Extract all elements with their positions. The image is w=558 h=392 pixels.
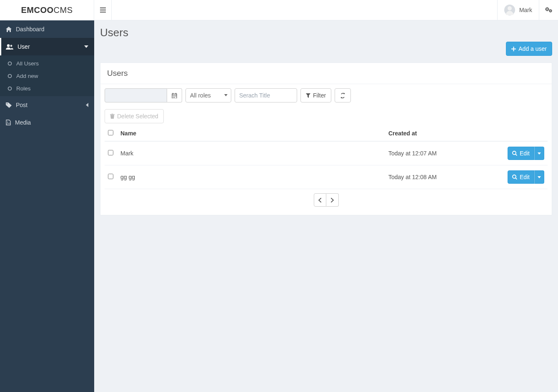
brand-wrap: EMCOOCMS	[0, 0, 94, 20]
users-panel: Users All roles	[100, 62, 552, 215]
calendar-icon	[172, 93, 177, 98]
svg-point-17	[513, 175, 516, 178]
sidebar: Dashboard User All Users Add new Roles P…	[0, 20, 94, 392]
roles-select-value: All roles	[190, 92, 211, 99]
row-created: Today at 12:07 AM	[385, 141, 493, 165]
date-input[interactable]	[105, 88, 167, 102]
select-all-checkbox[interactable]	[108, 130, 113, 135]
refresh-button[interactable]	[335, 88, 351, 102]
svg-rect-14	[173, 97, 174, 98]
users-icon	[6, 44, 13, 50]
sidebar-sub-label: All Users	[16, 60, 39, 67]
filter-row: All roles Filter	[105, 88, 548, 102]
avatar	[504, 5, 515, 15]
navbar: EMCOOCMS Mark	[0, 0, 558, 20]
home-icon	[6, 27, 12, 32]
svg-point-7	[8, 74, 12, 77]
circle-icon	[8, 61, 12, 66]
col-created: Created at	[385, 126, 493, 141]
panel-title: Users	[100, 63, 552, 84]
row-name: gg gg	[117, 165, 385, 189]
panel-body: All roles Filter	[100, 84, 552, 215]
svg-point-4	[7, 44, 10, 47]
pager-prev[interactable]	[314, 193, 326, 207]
search-icon	[512, 151, 517, 156]
chevron-left-icon	[86, 103, 88, 107]
chevron-down-icon	[84, 45, 88, 48]
row-name: Mark	[117, 141, 385, 165]
sidebar-label: User	[18, 43, 30, 50]
date-filter-group	[105, 88, 182, 102]
sidebar-sub-user: All Users Add new Roles	[0, 55, 94, 96]
sidebar-item-user[interactable]: User	[0, 38, 94, 55]
edit-dropdown[interactable]	[534, 147, 544, 160]
sidebar-item-roles[interactable]: Roles	[0, 82, 94, 95]
filter-button[interactable]: Filter	[300, 88, 331, 102]
sidebar-item-dashboard[interactable]: Dashboard	[0, 20, 94, 38]
svg-point-16	[513, 151, 516, 155]
refresh-icon	[340, 93, 345, 98]
row-checkbox[interactable]	[108, 174, 113, 179]
row-created: Today at 12:08 AM	[385, 165, 493, 189]
svg-rect-12	[174, 96, 175, 97]
sidebar-sub-label: Roles	[16, 85, 31, 92]
add-user-row: Add a user	[100, 42, 552, 56]
add-user-label: Add a user	[518, 45, 547, 52]
roles-select[interactable]: All roles	[185, 88, 231, 102]
add-user-button[interactable]: Add a user	[506, 42, 552, 56]
menu-icon	[100, 7, 106, 12]
row-checkbox[interactable]	[108, 150, 113, 155]
caret-down-icon	[224, 94, 228, 96]
edit-dropdown[interactable]	[534, 170, 544, 184]
sidebar-label: Media	[15, 119, 31, 126]
sidebar-toggle[interactable]	[94, 0, 112, 20]
sidebar-label: Post	[16, 102, 28, 108]
circle-icon	[8, 74, 12, 78]
pager-next[interactable]	[326, 193, 339, 207]
sidebar-item-all-users[interactable]: All Users	[0, 57, 94, 70]
trash-icon	[110, 114, 115, 119]
table-row: MarkToday at 12:07 AMEdit	[105, 141, 548, 165]
col-actions	[493, 126, 548, 141]
svg-point-6	[8, 62, 12, 65]
edit-button[interactable]: Edit	[508, 147, 534, 160]
pager	[105, 193, 548, 207]
chevron-left-icon	[318, 198, 321, 202]
calendar-button[interactable]	[167, 88, 182, 102]
file-image-icon	[6, 120, 11, 125]
navbar-username: Mark	[519, 7, 532, 13]
edit-label: Edit	[520, 174, 530, 180]
brand-bold: EMCOO	[21, 5, 53, 15]
svg-point-10	[7, 122, 8, 122]
svg-point-3	[550, 10, 551, 11]
sidebar-item-add-new[interactable]: Add new	[0, 70, 94, 82]
svg-point-8	[8, 87, 12, 90]
search-icon	[512, 175, 517, 180]
svg-rect-13	[175, 96, 176, 97]
navbar-user[interactable]: Mark	[497, 0, 539, 20]
main-content: Users Add a user Users	[94, 20, 558, 392]
col-check	[105, 126, 117, 141]
sidebar-item-post[interactable]: Post	[0, 96, 94, 114]
plus-icon	[511, 47, 516, 51]
svg-point-9	[7, 103, 8, 104]
circle-icon	[8, 86, 12, 91]
search-input[interactable]	[235, 88, 297, 102]
sidebar-item-media[interactable]: Media	[0, 114, 94, 131]
edit-button[interactable]: Edit	[508, 170, 534, 184]
col-name: Name	[117, 126, 385, 141]
gears-icon	[545, 7, 553, 13]
users-table: Name Created at MarkToday at 12:07 AMEdi…	[105, 126, 548, 189]
caret-down-icon	[538, 152, 541, 155]
settings-button[interactable]	[539, 0, 558, 20]
table-row: gg ggToday at 12:08 AMEdit	[105, 165, 548, 189]
filter-label: Filter	[313, 92, 326, 99]
brand-light: CMS	[54, 5, 73, 15]
sidebar-sub-label: Add new	[16, 73, 38, 79]
sidebar-label: Dashboard	[16, 26, 45, 32]
caret-down-icon	[538, 176, 541, 178]
delete-selected-button[interactable]: Delete Selected	[105, 109, 164, 123]
edit-label: Edit	[520, 150, 530, 157]
brand-logo[interactable]: EMCOOCMS	[21, 5, 73, 15]
tag-icon	[6, 102, 12, 108]
